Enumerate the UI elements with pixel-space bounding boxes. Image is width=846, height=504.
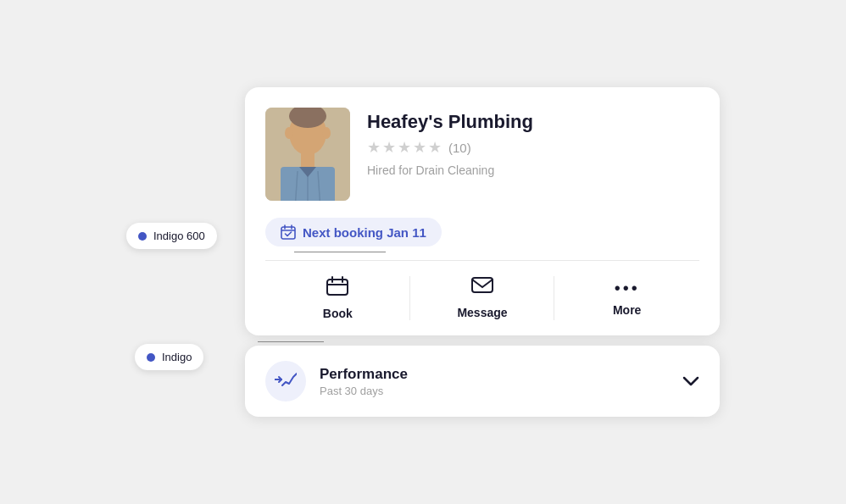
- book-label: Book: [323, 307, 353, 320]
- star-1: ★: [367, 138, 381, 157]
- booking-badge[interactable]: Next booking Jan 11: [265, 218, 442, 246]
- performance-text: Performance Past 30 days: [320, 366, 669, 397]
- star-4: ★: [413, 138, 426, 157]
- star-2: ★: [382, 138, 396, 157]
- booking-text: Next booking Jan 11: [303, 225, 426, 240]
- provider-card: Heafey's Plumbing ★ ★ ★ ★ ★ (10) Hired f…: [245, 87, 720, 335]
- hire-info: Hired for Drain Cleaning: [367, 163, 699, 177]
- annotation-indigo600-label: Indigo 600: [153, 230, 205, 242]
- connector-indigo600: [294, 252, 386, 252]
- avatar: [265, 108, 350, 201]
- message-icon: [471, 277, 493, 299]
- annotation-indigo: Indigo: [135, 344, 203, 370]
- provider-info: Heafey's Plumbing ★ ★ ★ ★ ★ (10) Hired f…: [265, 108, 699, 201]
- connector-indigo: [258, 341, 324, 342]
- svg-rect-10: [281, 227, 295, 239]
- star-5: ★: [428, 138, 442, 157]
- more-icon: •••: [615, 280, 640, 296]
- more-label: More: [613, 303, 641, 317]
- svg-rect-18: [472, 278, 493, 292]
- action-buttons: Book Message ••• More: [265, 261, 699, 335]
- more-button[interactable]: ••• More: [554, 261, 699, 335]
- rating-count: (10): [448, 141, 471, 155]
- svg-point-4: [322, 127, 331, 139]
- performance-icon-wrap: [265, 361, 306, 402]
- annotation-dot-indigo: [147, 353, 155, 362]
- chevron-down-icon: [682, 373, 699, 390]
- annotation-indigo600: Indigo 600: [126, 223, 217, 249]
- book-button[interactable]: Book: [265, 261, 410, 335]
- performance-card[interactable]: Performance Past 30 days: [245, 346, 720, 417]
- provider-details: Heafey's Plumbing ★ ★ ★ ★ ★ (10) Hired f…: [367, 108, 699, 177]
- book-icon: [326, 276, 348, 300]
- performance-subtitle: Past 30 days: [320, 385, 669, 397]
- star-3: ★: [398, 138, 411, 157]
- svg-point-3: [285, 127, 293, 139]
- rating-row: ★ ★ ★ ★ ★ (10): [367, 138, 699, 157]
- svg-rect-14: [327, 280, 348, 295]
- svg-rect-6: [301, 153, 314, 169]
- annotation-dot-indigo600: [138, 232, 147, 241]
- message-label: Message: [457, 306, 507, 319]
- message-button[interactable]: Message: [410, 261, 555, 335]
- stars: ★ ★ ★ ★ ★: [367, 138, 442, 157]
- provider-name: Heafey's Plumbing: [367, 111, 699, 133]
- performance-chart-icon: [275, 370, 297, 393]
- annotation-indigo-label: Indigo: [162, 351, 192, 363]
- calendar-check-icon: [281, 224, 296, 240]
- performance-title: Performance: [320, 366, 669, 383]
